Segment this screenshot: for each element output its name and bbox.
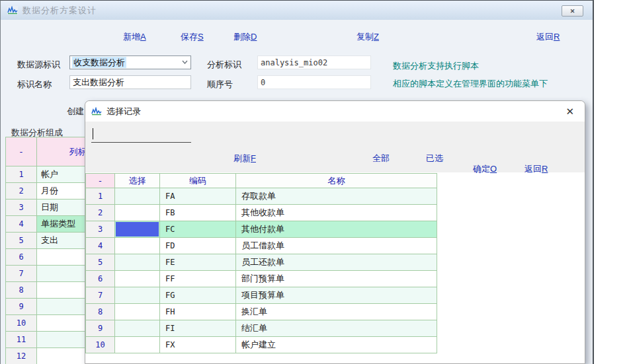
refresh-button[interactable]: 刷新F bbox=[233, 153, 256, 164]
row-number: 5 bbox=[6, 233, 37, 249]
return-button[interactable]: 返回R bbox=[536, 31, 560, 43]
id-name-label: 标识名称 bbox=[17, 79, 52, 91]
delete-button[interactable]: 删除D bbox=[233, 31, 257, 43]
select-cell[interactable] bbox=[115, 304, 160, 320]
copy-button[interactable]: 复制Z bbox=[356, 31, 379, 43]
all-filter-button[interactable]: 全部 bbox=[372, 153, 390, 164]
record-header-code: 编码 bbox=[160, 174, 236, 188]
row-number: 5 bbox=[86, 254, 115, 271]
code-cell: FI bbox=[160, 320, 236, 337]
row-number: 10 bbox=[86, 337, 115, 353]
record-header-name: 名称 bbox=[236, 174, 437, 188]
row-number: 2 bbox=[86, 205, 115, 221]
add-button[interactable]: 新增A bbox=[123, 31, 146, 43]
create-button[interactable]: 创建 bbox=[67, 106, 84, 118]
row-number: 4 bbox=[86, 238, 115, 254]
row-number: 10 bbox=[6, 315, 37, 332]
name-cell: 存取款单 bbox=[236, 188, 437, 205]
record-row[interactable]: 9FI结汇单 bbox=[86, 320, 437, 337]
row-number: 12 bbox=[6, 348, 37, 364]
window-titlebar: 数据分析方案设计 ✕ bbox=[1, 1, 593, 20]
selected-cell-marker bbox=[116, 222, 159, 237]
datasource-selected-value: 收支数据分析 bbox=[72, 57, 126, 68]
chevron-down-icon bbox=[182, 60, 188, 64]
id-name-input[interactable]: 支出数据分析 bbox=[69, 75, 191, 89]
code-cell: FC bbox=[160, 221, 236, 238]
row-number: 2 bbox=[6, 183, 37, 200]
record-table-body: 1FA存取款单2FB其他收款单3FC其他付款单4FD员工借款单5FE员工还款单6… bbox=[86, 188, 437, 353]
name-cell: 部门预算单 bbox=[236, 271, 437, 287]
row-number: 8 bbox=[86, 304, 115, 320]
select-cell[interactable] bbox=[115, 271, 160, 287]
search-input[interactable] bbox=[91, 126, 191, 143]
datasource-select[interactable]: 收支数据分析 bbox=[69, 55, 191, 69]
row-number: 6 bbox=[86, 271, 115, 287]
select-cell[interactable] bbox=[115, 188, 160, 205]
code-cell: FG bbox=[160, 287, 236, 304]
dialog-toolbar: 刷新F 全部 已选 确定O 返回R bbox=[85, 122, 585, 172]
select-record-dialog: 选择记录 ✕ 刷新F 全部 已选 确定O 返回R - 选择 编码 名称 1FA存… bbox=[85, 100, 585, 364]
name-cell: 员工还款单 bbox=[236, 254, 437, 271]
row-number: 11 bbox=[6, 332, 37, 348]
name-cell: 其他收款单 bbox=[236, 205, 437, 221]
sequence-label: 顺序号 bbox=[207, 79, 233, 91]
row-number: 6 bbox=[6, 249, 37, 266]
code-cell: FA bbox=[160, 188, 236, 205]
row-number: 3 bbox=[86, 221, 115, 238]
dialog-icon bbox=[91, 107, 102, 116]
record-table-header: - 选择 编码 名称 bbox=[86, 174, 437, 188]
code-cell: FX bbox=[160, 337, 236, 353]
select-cell[interactable] bbox=[115, 320, 160, 337]
analysis-id-field[interactable]: analysis_mio02 bbox=[257, 55, 371, 69]
select-cell[interactable] bbox=[115, 254, 160, 271]
row-number: 7 bbox=[86, 287, 115, 304]
record-row[interactable]: 4FD员工借款单 bbox=[86, 238, 437, 254]
selected-filter-button[interactable]: 已选 bbox=[426, 153, 443, 164]
name-cell: 员工借款单 bbox=[236, 238, 437, 254]
select-cell[interactable] bbox=[115, 337, 160, 353]
record-row[interactable]: 5FE员工还款单 bbox=[86, 254, 437, 271]
record-row[interactable]: 10FX帐户建立 bbox=[86, 337, 437, 353]
record-row[interactable]: 6FF部门预算单 bbox=[86, 271, 437, 287]
ok-button[interactable]: 确定O bbox=[473, 163, 497, 175]
code-cell: FH bbox=[160, 304, 236, 320]
record-row[interactable]: 2FB其他收款单 bbox=[86, 205, 437, 221]
name-cell: 换汇单 bbox=[236, 304, 437, 320]
record-table: - 选择 编码 名称 1FA存取款单2FB其他收款单3FC其他付款单4FD员工借… bbox=[85, 173, 437, 353]
dialog-titlebar: 选择记录 ✕ bbox=[85, 101, 585, 122]
script-hint-line1: 数据分析支持执行脚本 bbox=[393, 60, 479, 72]
record-row[interactable]: 1FA存取款单 bbox=[86, 188, 437, 205]
code-cell: FE bbox=[160, 254, 236, 271]
select-cell[interactable] bbox=[115, 287, 160, 304]
dialog-return-button[interactable]: 返回R bbox=[524, 163, 548, 175]
row-number: 8 bbox=[6, 282, 37, 299]
analysis-id-label: 分析标识 bbox=[207, 59, 241, 71]
record-row[interactable]: 8FH换汇单 bbox=[86, 304, 437, 320]
record-row[interactable]: 7FG项目预算单 bbox=[86, 287, 437, 304]
sequence-input[interactable]: 0 bbox=[257, 75, 371, 89]
composition-header-marker: - bbox=[6, 137, 37, 166]
window-title: 数据分析方案设计 bbox=[22, 5, 97, 17]
name-cell: 项目预算单 bbox=[236, 287, 437, 304]
row-number: 9 bbox=[6, 299, 37, 315]
row-number: 1 bbox=[6, 166, 37, 183]
close-icon: ✕ bbox=[570, 8, 575, 15]
record-header-select: 选择 bbox=[115, 174, 160, 188]
code-cell: FB bbox=[160, 205, 236, 221]
window-close-button[interactable]: ✕ bbox=[562, 5, 583, 17]
code-cell: FF bbox=[160, 271, 236, 287]
row-number: 1 bbox=[86, 188, 115, 205]
desktop: 数据分析方案设计 ✕ 新增A 保存S 删除D 复制Z 返回R 数据源标识 收支数… bbox=[0, 0, 629, 364]
name-cell: 帐户建立 bbox=[236, 337, 437, 353]
save-button[interactable]: 保存S bbox=[181, 31, 204, 43]
select-cell[interactable] bbox=[115, 238, 160, 254]
dialog-close-icon[interactable]: ✕ bbox=[566, 106, 574, 116]
select-cell[interactable] bbox=[115, 205, 160, 221]
select-cell[interactable] bbox=[115, 221, 160, 238]
code-cell: FD bbox=[160, 238, 236, 254]
row-number: 7 bbox=[6, 266, 37, 282]
record-row[interactable]: 3FC其他付款单 bbox=[86, 221, 437, 238]
datasource-label: 数据源标识 bbox=[17, 59, 60, 71]
name-cell: 其他付款单 bbox=[236, 221, 437, 238]
script-hint-line2: 相应的脚本定义在管理界面的功能菜单下 bbox=[393, 78, 548, 90]
